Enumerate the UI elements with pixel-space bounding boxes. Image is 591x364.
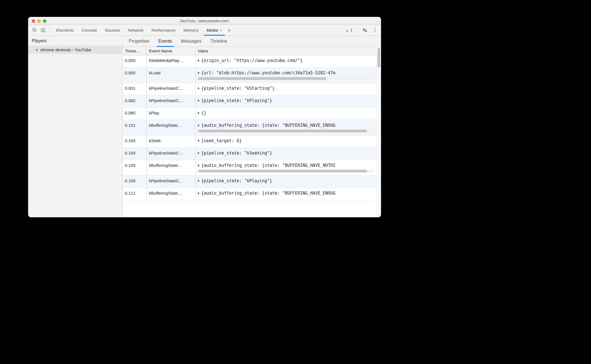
table-row[interactable]: 0.085kPlay{}	[123, 108, 376, 120]
cell-value: {pipeline_state: "kPlaying"}	[196, 95, 376, 107]
svg-rect-2	[43, 29, 45, 32]
subtab-messages[interactable]: Messages	[177, 36, 206, 47]
table-row[interactable]: 0.111kBufferingState…{audio_buffering_st…	[123, 188, 376, 200]
value-text: {}	[201, 110, 206, 116]
value-text: {seek_target: 6}	[201, 138, 242, 143]
cell-event-name: kPipelineStateC…	[147, 95, 196, 107]
cell-value: {}	[196, 108, 376, 120]
table-row[interactable]: 0.000kLoad{url: "blob:https://www.youtub…	[123, 68, 376, 83]
disclosure-triangle-icon[interactable]	[198, 59, 200, 62]
cell-value: {audio_buffering_state: {state: "BUFFERI…	[196, 188, 376, 200]
disclosure-triangle-icon[interactable]	[198, 164, 200, 167]
panel-tab-media[interactable]: Media×	[203, 25, 226, 35]
vertical-scrollbar[interactable]	[376, 47, 381, 217]
panel-tab-label: Console	[82, 28, 97, 33]
minimize-window-icon[interactable]	[37, 19, 41, 23]
panel-body: Players chrome devtools - YouTube Proper…	[28, 36, 381, 217]
disclosure-triangle-icon[interactable]	[198, 192, 200, 195]
value-text: {origin_url: "https://www.youtube.com/"}	[201, 58, 303, 63]
horizontal-scrollbar[interactable]	[198, 130, 374, 132]
panel-tab-memory[interactable]: Memory	[180, 25, 203, 35]
scrollbar-thumb[interactable]	[198, 77, 326, 80]
player-item[interactable]: chrome devtools - YouTube	[28, 46, 122, 54]
panel-tab-elements[interactable]: Elements	[52, 25, 78, 35]
panel-tab-console[interactable]: Console	[78, 25, 101, 35]
cell-timestamp: 0.085	[123, 108, 147, 120]
value-text: {pipeline_state: "kPlaying"}	[201, 178, 272, 183]
cell-value: {pipeline_state: "kStarting"}	[196, 83, 376, 95]
table-row[interactable]: 0.101kBufferingState…{audio_buffering_st…	[123, 120, 376, 135]
cell-event-name: kSeek	[147, 135, 196, 148]
devtools-window: DevTools - www.youtube.com/ ElementsCons…	[28, 17, 381, 217]
players-sidebar: Players chrome devtools - YouTube	[28, 36, 123, 217]
value-text: {audio_buffering_state: {state: "BUFFERI…	[201, 191, 336, 196]
events-table-wrap: Times… Event Name Value 0.000kWebMediaPl…	[123, 47, 381, 217]
header-event-name[interactable]: Event Name	[147, 47, 196, 55]
window-title: DevTools - www.youtube.com/	[28, 19, 381, 23]
cell-timestamp: 0.111	[123, 188, 147, 200]
header-value[interactable]: Value	[196, 47, 376, 55]
value-text: {pipeline_state: "kStarting"}	[201, 86, 275, 91]
subtab-timeline[interactable]: Timeline	[206, 36, 232, 47]
panel-tabs: ElementsConsoleSourcesNetworkPerformance…	[52, 25, 226, 35]
scrollbar-thumb[interactable]	[377, 48, 380, 68]
panel-tab-label: Sources	[105, 28, 120, 33]
zoom-window-icon[interactable]	[43, 19, 46, 23]
panel-tab-sources[interactable]: Sources	[101, 25, 124, 35]
events-table-header: Times… Event Name Value	[123, 47, 376, 55]
more-options-icon[interactable]	[371, 27, 379, 34]
panel-tab-network[interactable]: Network	[124, 25, 148, 35]
traffic-lights	[28, 19, 46, 23]
close-window-icon[interactable]	[32, 19, 35, 23]
toolbar-separator	[356, 27, 357, 33]
disclosure-triangle-icon[interactable]	[198, 87, 200, 90]
subtab-properties[interactable]: Properties	[124, 36, 154, 47]
cell-event-name: kWebMediaPlay…	[147, 55, 196, 67]
disclosure-triangle-icon[interactable]	[198, 99, 200, 102]
disclosure-triangle-icon	[36, 49, 38, 51]
horizontal-scrollbar[interactable]	[198, 170, 374, 172]
table-row[interactable]: 0.105kSeek{seek_target: 6}	[123, 135, 376, 148]
inspect-element-icon[interactable]	[31, 27, 38, 34]
horizontal-scrollbar[interactable]	[198, 77, 374, 80]
value-text: {audio_buffering_state: {state: "BUFFERI…	[201, 163, 336, 168]
cell-timestamp: 0.001	[123, 83, 147, 95]
more-panels-icon[interactable]: »	[226, 27, 233, 33]
events-table-body: 0.000kWebMediaPlay…{origin_url: "https:/…	[123, 55, 376, 217]
panel-tab-label: Memory	[184, 28, 199, 33]
disclosure-triangle-icon[interactable]	[198, 152, 200, 155]
sidebar-title: Players	[28, 36, 122, 46]
settings-icon[interactable]	[361, 27, 368, 34]
subtab-events[interactable]: Events	[154, 36, 177, 47]
cell-event-name: kLoad	[147, 68, 196, 83]
subtab-label: Messages	[181, 39, 201, 44]
cell-event-name: kPipelineStateC…	[147, 83, 196, 95]
panel-tab-performance[interactable]: Performance	[148, 25, 180, 35]
toolbar-separator	[50, 27, 50, 33]
device-toolbar-icon[interactable]	[40, 27, 47, 34]
subtab-label: Timeline	[210, 39, 227, 44]
close-tab-icon[interactable]: ×	[220, 28, 222, 33]
cell-timestamp: 0.000	[123, 68, 147, 83]
header-timestamp[interactable]: Times…	[123, 47, 147, 55]
media-subtabs: PropertiesEventsMessagesTimeline	[123, 36, 381, 47]
cell-timestamp: 0.109	[123, 176, 147, 188]
scrollbar-thumb[interactable]	[198, 130, 367, 132]
table-row[interactable]: 0.000kWebMediaPlay…{origin_url: "https:/…	[123, 55, 376, 68]
disclosure-triangle-icon[interactable]	[198, 124, 200, 127]
table-row[interactable]: 0.105kPipelineStateC…{pipeline_state: "k…	[123, 148, 376, 160]
disclosure-triangle-icon[interactable]	[198, 72, 200, 74]
cell-value: {pipeline_state: "kPlaying"}	[196, 176, 376, 188]
disclosure-triangle-icon[interactable]	[198, 112, 200, 114]
warnings-badge[interactable]: ▲ 1	[345, 28, 352, 33]
cell-timestamp: 0.105	[123, 160, 147, 175]
main-toolbar: ElementsConsoleSourcesNetworkPerformance…	[28, 25, 381, 36]
disclosure-triangle-icon[interactable]	[198, 139, 200, 142]
table-row[interactable]: 0.082kPipelineStateC…{pipeline_state: "k…	[123, 95, 376, 108]
svg-point-5	[375, 31, 375, 32]
table-row[interactable]: 0.001kPipelineStateC…{pipeline_state: "k…	[123, 83, 376, 95]
scrollbar-thumb[interactable]	[198, 170, 367, 172]
disclosure-triangle-icon[interactable]	[198, 179, 200, 182]
table-row[interactable]: 0.105kBufferingState…{audio_buffering_st…	[123, 160, 376, 176]
table-row[interactable]: 0.109kPipelineStateC…{pipeline_state: "k…	[123, 176, 376, 188]
